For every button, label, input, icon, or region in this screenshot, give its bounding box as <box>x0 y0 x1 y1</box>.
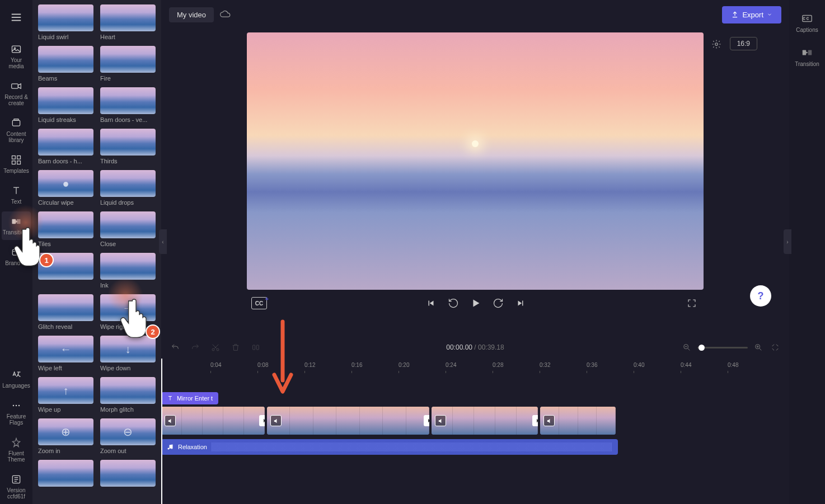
menu-button[interactable] <box>4 6 28 31</box>
transition-tab[interactable]: Transition <box>793 42 822 72</box>
timeline[interactable]: 0:040:080:120:160:200:240:280:320:360:40… <box>161 359 789 504</box>
right-sidebar: Captions Transition <box>789 0 825 504</box>
video-clip[interactable] <box>540 407 616 435</box>
nav-label: Feature Flags <box>3 413 30 426</box>
playhead[interactable] <box>161 359 162 504</box>
version-icon <box>11 474 22 485</box>
video-preview[interactable] <box>247 32 704 290</box>
transition-tile[interactable]: ↑Wipe up <box>38 377 93 413</box>
transition-label: Liquid drops <box>100 199 156 206</box>
nav-languages[interactable]: Languages <box>2 365 31 393</box>
transition-tile[interactable]: Heart <box>100 4 156 40</box>
ruler-tick: 0:20 <box>399 362 409 368</box>
video-clip[interactable] <box>161 407 265 435</box>
transition-tile[interactable]: ●Circular wipe <box>38 170 93 206</box>
transition-tile[interactable]: →Wipe right <box>100 294 156 330</box>
transition-tile[interactable]: Glitch reveal <box>38 294 93 330</box>
transition-tile[interactable]: Barn doors - ve... <box>100 87 156 123</box>
audio-label: Relaxation <box>178 444 207 450</box>
help-button[interactable]: ? <box>750 285 771 307</box>
nav-content-library[interactable]: Content library <box>2 113 31 148</box>
captions-tab[interactable]: Captions <box>794 8 820 37</box>
svg-rect-6 <box>12 120 20 126</box>
transition-tile[interactable]: Fire <box>100 46 156 82</box>
nav-feature-flags[interactable]: Feature Flags <box>2 395 31 430</box>
zoom-slider[interactable] <box>697 347 748 348</box>
transition-label: Tiles <box>38 241 93 247</box>
transition-tile[interactable]: ⊕Zoom in <box>38 418 93 454</box>
timeline-ruler[interactable]: 0:040:080:120:160:200:240:280:320:360:40… <box>161 359 789 374</box>
transition-tile[interactable]: Tiles <box>38 211 93 247</box>
nav-your-media[interactable]: Your media <box>2 39 31 74</box>
captions-icon <box>801 12 813 25</box>
fullscreen-button[interactable] <box>685 296 699 310</box>
rewind-button[interactable] <box>446 296 461 310</box>
transition-tile[interactable]: Liquid streaks <box>38 87 93 123</box>
transition-marker[interactable] <box>424 415 429 426</box>
transition-tile[interactable]: Morph glitch <box>100 377 156 413</box>
nav-brand-kit[interactable]: Brand kit <box>2 242 31 271</box>
audio-clip[interactable]: Relaxation <box>161 439 618 455</box>
cut-button[interactable] <box>209 341 222 354</box>
captions-button[interactable]: CC+ <box>251 297 267 309</box>
top-bar: My video Export <box>161 0 789 29</box>
nav-label: Fluent Theme <box>3 450 30 463</box>
transition-label: Beams <box>38 75 93 82</box>
skip-end-button[interactable] <box>513 296 528 310</box>
skip-start-button[interactable] <box>424 296 438 310</box>
nav-templates[interactable]: Templates <box>2 150 31 178</box>
transition-tile[interactable]: ←Wipe left <box>38 336 93 371</box>
video-title[interactable]: My video <box>169 7 214 22</box>
transition-tile[interactable]: Close <box>100 211 156 247</box>
zoom-in-button[interactable] <box>752 341 765 354</box>
zoom-out-button[interactable] <box>681 341 693 354</box>
nav-fluent-theme[interactable]: Fluent Theme <box>2 432 31 467</box>
nav-label: Content library <box>3 131 30 143</box>
export-button[interactable]: Export <box>722 6 781 23</box>
preview-settings-button[interactable] <box>709 37 724 51</box>
transitions-panel: Liquid swirlHeartBeamsFireLiquid streaks… <box>32 0 161 504</box>
split-button[interactable] <box>250 341 262 354</box>
delete-button[interactable] <box>229 341 242 354</box>
panel-collapse-left[interactable]: ‹ <box>159 229 167 254</box>
grid-icon <box>11 154 22 166</box>
video-clip[interactable] <box>267 407 429 435</box>
text-clip[interactable]: Mirror Enter t <box>161 392 218 404</box>
transition-tile[interactable]: ↓Wipe down <box>100 336 156 371</box>
nav-version[interactable]: Version ccfd61f <box>2 469 31 504</box>
transition-tile[interactable]: Thirds <box>100 129 156 164</box>
play-button[interactable] <box>468 296 483 310</box>
transition-tile[interactable]: Beams <box>38 46 93 82</box>
transition-tile[interactable]: Ink <box>100 253 156 289</box>
svg-rect-13 <box>12 249 20 255</box>
forward-button[interactable] <box>491 296 505 310</box>
transition-tile[interactable] <box>38 460 93 489</box>
transition-tile[interactable]: Barn doors - h... <box>38 129 93 164</box>
video-clip[interactable] <box>432 407 538 435</box>
fit-button[interactable] <box>769 341 781 354</box>
redo-button[interactable] <box>189 341 201 354</box>
nav-record[interactable]: Record & create <box>2 76 31 111</box>
ruler-tick: 0:16 <box>351 362 362 368</box>
undo-button[interactable] <box>169 341 181 354</box>
cloud-sync-icon[interactable] <box>219 9 231 20</box>
transition-label: Zoom out <box>100 448 156 454</box>
audio-icon <box>270 415 282 426</box>
nav-transitions[interactable]: Transitions <box>2 211 31 240</box>
aspect-ratio-button[interactable]: 16:9 <box>730 37 757 50</box>
transition-tile[interactable]: ⊖Zoom out <box>100 418 156 454</box>
transition-tile[interactable]: Liquid swirl <box>38 4 93 40</box>
nav-text[interactable]: Text <box>2 181 31 209</box>
panel-collapse-right[interactable]: › <box>784 229 791 254</box>
transition-tile[interactable] <box>38 253 93 289</box>
transition-marker[interactable] <box>259 415 265 426</box>
svg-point-20 <box>217 348 219 351</box>
transition-tile[interactable]: Liquid drops <box>100 170 156 206</box>
audio-icon <box>435 415 446 426</box>
timeline-toolbar: 00:00.00 / 00:39.18 <box>161 336 789 359</box>
transition-tile[interactable] <box>100 460 156 489</box>
svg-rect-5 <box>12 84 18 88</box>
transition-label: Glitch reveal <box>38 323 93 330</box>
nav-label: Transitions <box>3 229 30 235</box>
transition-marker[interactable] <box>532 415 538 426</box>
